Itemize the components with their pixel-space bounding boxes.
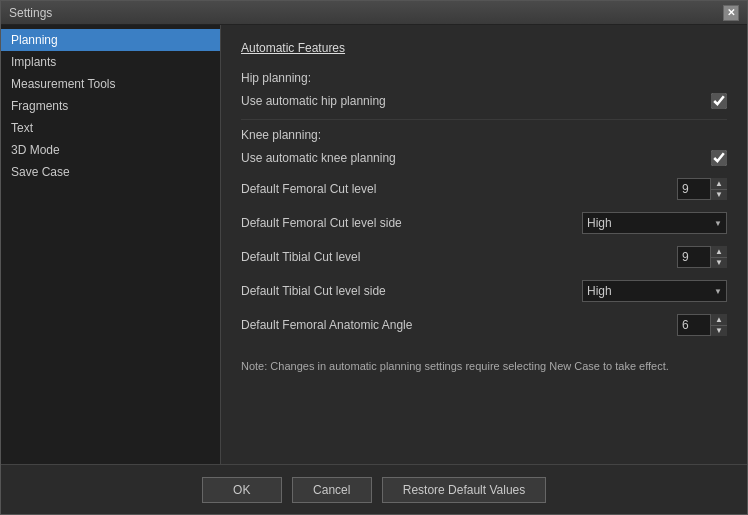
femoral-cut-side-select[interactable]: High Low Medium xyxy=(582,212,727,234)
sidebar-item-measurement-tools[interactable]: Measurement Tools xyxy=(1,73,220,95)
window-body: Planning Implants Measurement Tools Frag… xyxy=(1,25,747,464)
hip-planning-label: Hip planning: xyxy=(241,71,727,85)
tibial-cut-side-dropdown-wrapper: High Low Medium xyxy=(582,280,727,302)
tibial-cut-level-spinbox: ▲ ▼ xyxy=(677,246,727,268)
tibial-cut-level-up-btn[interactable]: ▲ xyxy=(711,246,727,257)
knee-planning-label: Knee planning: xyxy=(241,128,727,142)
form-area: Hip planning: Use automatic hip planning… xyxy=(241,67,727,448)
tibial-cut-level-label: Default Tibial Cut level xyxy=(241,250,360,264)
note-text: Note: Changes in automatic planning sett… xyxy=(241,358,727,375)
tibial-cut-side-label: Default Tibial Cut level side xyxy=(241,284,386,298)
main-content: Automatic Features Hip planning: Use aut… xyxy=(221,25,747,464)
settings-window: Settings ✕ Planning Implants Measurement… xyxy=(0,0,748,515)
femoral-cut-side-label: Default Femoral Cut level side xyxy=(241,216,402,230)
auto-knee-label: Use automatic knee planning xyxy=(241,151,396,165)
femoral-anatomic-input[interactable] xyxy=(678,318,710,332)
tibial-cut-level-spinbox-buttons: ▲ ▼ xyxy=(710,246,727,268)
tibial-cut-level-input[interactable] xyxy=(678,250,710,264)
femoral-cut-side-row: Default Femoral Cut level side High Low … xyxy=(241,210,727,236)
sidebar-item-text[interactable]: Text xyxy=(1,117,220,139)
femoral-cut-level-spinbox: ▲ ▼ xyxy=(677,178,727,200)
auto-hip-label: Use automatic hip planning xyxy=(241,94,386,108)
section-title: Automatic Features xyxy=(241,41,727,55)
femoral-cut-level-input[interactable] xyxy=(678,182,710,196)
divider-1 xyxy=(241,119,727,120)
auto-knee-row: Use automatic knee planning xyxy=(241,148,727,168)
femoral-cut-level-down-btn[interactable]: ▼ xyxy=(711,189,727,200)
cancel-button[interactable]: Cancel xyxy=(292,477,372,503)
sidebar-item-implants[interactable]: Implants xyxy=(1,51,220,73)
sidebar-item-save-case[interactable]: Save Case xyxy=(1,161,220,183)
window-title: Settings xyxy=(9,6,52,20)
sidebar-item-fragments[interactable]: Fragments xyxy=(1,95,220,117)
femoral-anatomic-up-btn[interactable]: ▲ xyxy=(711,314,727,325)
tibial-cut-side-select[interactable]: High Low Medium xyxy=(582,280,727,302)
restore-defaults-button[interactable]: Restore Default Values xyxy=(382,477,547,503)
sidebar-item-3d-mode[interactable]: 3D Mode xyxy=(1,139,220,161)
tibial-cut-level-row: Default Tibial Cut level ▲ ▼ xyxy=(241,244,727,270)
footer: OK Cancel Restore Default Values xyxy=(1,464,747,514)
auto-knee-checkbox[interactable] xyxy=(711,150,727,166)
femoral-cut-level-spinbox-buttons: ▲ ▼ xyxy=(710,178,727,200)
tibial-cut-side-row: Default Tibial Cut level side High Low M… xyxy=(241,278,727,304)
sidebar-item-planning[interactable]: Planning xyxy=(1,29,220,51)
title-bar: Settings ✕ xyxy=(1,1,747,25)
femoral-anatomic-row: Default Femoral Anatomic Angle ▲ ▼ xyxy=(241,312,727,338)
auto-hip-row: Use automatic hip planning xyxy=(241,91,727,111)
sidebar: Planning Implants Measurement Tools Frag… xyxy=(1,25,221,464)
auto-hip-checkbox[interactable] xyxy=(711,93,727,109)
ok-button[interactable]: OK xyxy=(202,477,282,503)
femoral-cut-level-row: Default Femoral Cut level ▲ ▼ xyxy=(241,176,727,202)
femoral-cut-side-dropdown-wrapper: High Low Medium xyxy=(582,212,727,234)
femoral-anatomic-down-btn[interactable]: ▼ xyxy=(711,325,727,336)
femoral-cut-level-label: Default Femoral Cut level xyxy=(241,182,376,196)
femoral-anatomic-spinbox: ▲ ▼ xyxy=(677,314,727,336)
femoral-anatomic-label: Default Femoral Anatomic Angle xyxy=(241,318,412,332)
tibial-cut-level-down-btn[interactable]: ▼ xyxy=(711,257,727,268)
femoral-anatomic-spinbox-buttons: ▲ ▼ xyxy=(710,314,727,336)
close-button[interactable]: ✕ xyxy=(723,5,739,21)
femoral-cut-level-up-btn[interactable]: ▲ xyxy=(711,178,727,189)
